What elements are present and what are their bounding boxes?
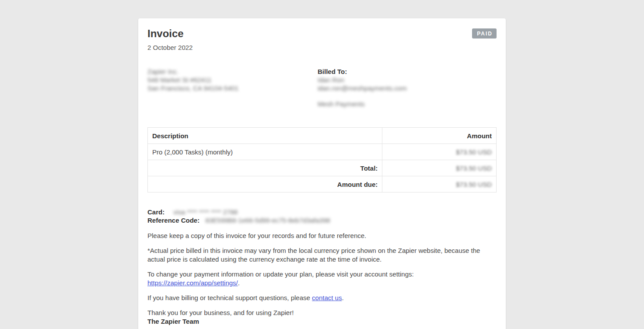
price-variance-note: *Actual price billed in this invoice may… — [147, 246, 497, 264]
line-item-description: Pro (2,000 Tasks) (monthly) — [148, 144, 382, 160]
reference-code-line: Reference Code: 83E599B8-1e66-5d99-ec75-… — [147, 216, 497, 224]
description-column-header: Description — [148, 128, 382, 144]
reference-code-label: Reference Code: — [147, 217, 200, 224]
line-items-table: Description Amount Pro (2,000 Tasks) (mo… — [147, 127, 497, 192]
amount-column-header: Amount — [382, 128, 497, 144]
total-label: Total: — [148, 160, 382, 176]
keep-copy-note: Please keep a copy of this invoice for y… — [147, 231, 497, 240]
total-row: Total: $73.50 USD — [148, 160, 497, 176]
account-settings-note: To change your payment information or up… — [147, 270, 497, 287]
support-period: . — [342, 294, 343, 301]
billed-to-company: Mesh Payments — [318, 100, 497, 108]
payment-details: Card: visa **** **** **** 2788 Reference… — [147, 208, 497, 224]
billed-to-block: Billed To: Idan Ron idan.ron@meshpayment… — [318, 67, 497, 108]
page-title: Invoice — [147, 28, 184, 39]
thank-you-block: Thank you for your business, and for usi… — [147, 308, 497, 326]
reference-code-value: 83E599B8-1e66-5d99-ec75-8eb7d3afa398 — [205, 216, 330, 224]
seller-address-line: 548 Market St #62411 — [147, 76, 318, 84]
invoice-date: 2 October 2022 — [147, 44, 497, 51]
amount-due-row: Amount due: $73.50 USD — [148, 176, 497, 192]
table-header-row: Description Amount — [148, 128, 497, 144]
address-section: Zapier Inc. 548 Market St #62411 San Fra… — [147, 67, 497, 108]
amount-due-amount: $73.50 USD — [382, 176, 497, 192]
amount-due-label: Amount due: — [148, 176, 382, 192]
settings-period: . — [238, 279, 240, 287]
card-number: visa **** **** **** 2788 — [173, 208, 238, 216]
invoice-header: Invoice PAID — [147, 28, 497, 39]
support-text: If you have billing or technical support… — [147, 294, 312, 301]
billed-to-label: Billed To: — [318, 67, 497, 76]
invoice-card: Invoice PAID 2 October 2022 Zapier Inc. … — [138, 18, 506, 329]
settings-link[interactable]: https://zapier.com/app/settings/ — [147, 279, 238, 287]
contact-us-link[interactable]: contact us — [312, 294, 342, 301]
card-line: Card: visa **** **** **** 2788 — [147, 208, 497, 216]
thank-you-text: Thank you for your business, and for usi… — [147, 309, 294, 316]
account-settings-text: To change your payment information or up… — [147, 270, 414, 278]
support-note: If you have billing or technical support… — [147, 294, 497, 302]
seller-address-line: Zapier Inc. — [147, 67, 318, 76]
total-amount: $73.50 USD — [382, 160, 497, 176]
card-label: Card: — [147, 208, 164, 216]
table-row: Pro (2,000 Tasks) (monthly) $73.50 USD — [148, 144, 497, 160]
billed-to-email: idan.ron@meshpayments.com — [318, 84, 497, 92]
status-badge: PAID — [472, 28, 497, 38]
line-item-amount: $73.50 USD — [382, 144, 497, 160]
zapier-team-signature: The Zapier Team — [147, 318, 199, 325]
seller-address: Zapier Inc. 548 Market St #62411 San Fra… — [147, 67, 318, 108]
billed-to-name: Idan Ron — [318, 76, 497, 84]
seller-address-line: San Francisco, CA 94104-5401 — [147, 84, 318, 92]
